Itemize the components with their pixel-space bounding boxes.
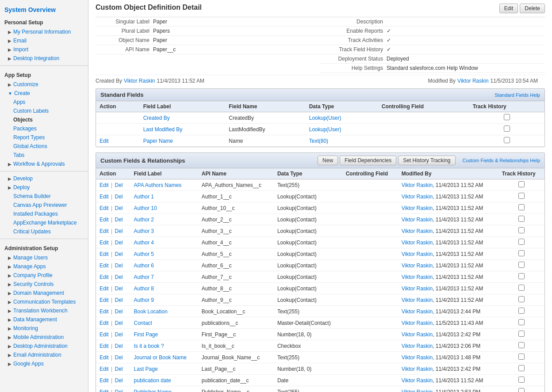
- field-label-link[interactable]: Author 4: [134, 240, 154, 246]
- track-history-checkbox[interactable]: [518, 262, 525, 268]
- sidebar-item-workflow[interactable]: ▶ Workflow & Approvals: [0, 160, 88, 168]
- sidebar-item-appexchange[interactable]: AppExchange Marketplace: [0, 218, 88, 227]
- del-link[interactable]: Del: [115, 205, 123, 211]
- del-link[interactable]: Del: [115, 354, 123, 361]
- del-link[interactable]: Del: [115, 228, 123, 234]
- track-history-checkbox[interactable]: [518, 331, 525, 337]
- sidebar-item-desktop-integration[interactable]: ▶ Desktop Integration: [0, 54, 88, 63]
- edit-link[interactable]: Edit: [100, 320, 109, 326]
- edit-link[interactable]: Edit: [100, 205, 109, 211]
- edit-link[interactable]: Edit: [100, 251, 109, 257]
- sidebar-item-global-actions[interactable]: Global Actions: [0, 142, 88, 151]
- track-history-checkbox[interactable]: [518, 365, 525, 371]
- field-label-link[interactable]: Author 2: [134, 217, 154, 223]
- modified-by-link[interactable]: Viktor Raskin: [402, 285, 433, 292]
- sidebar-item-create[interactable]: ▼ Create: [0, 89, 88, 98]
- sidebar-item-deploy[interactable]: ▶ Deploy: [0, 183, 88, 192]
- del-link[interactable]: Del: [115, 182, 123, 188]
- field-label-link[interactable]: Book Location: [134, 308, 168, 315]
- field-label-link[interactable]: Journal or Book Name: [134, 354, 187, 361]
- track-history-checkbox[interactable]: [518, 181, 525, 187]
- field-label-link[interactable]: Author 8: [134, 285, 154, 292]
- del-link[interactable]: Del: [115, 320, 123, 326]
- edit-link[interactable]: Edit: [100, 285, 109, 292]
- del-link[interactable]: Del: [115, 194, 123, 200]
- track-history-checkbox[interactable]: [518, 216, 525, 222]
- new-field-button[interactable]: New: [318, 156, 338, 165]
- modified-by-link[interactable]: Viktor Raskin: [402, 182, 433, 188]
- edit-link[interactable]: Edit: [100, 182, 109, 188]
- track-history-checkbox[interactable]: [518, 354, 525, 360]
- del-link[interactable]: Del: [115, 297, 123, 303]
- field-label-link[interactable]: Author 10: [134, 205, 157, 211]
- sidebar-item-custom-labels[interactable]: Custom Labels: [0, 107, 88, 115]
- modified-by-link[interactable]: Viktor Raskin: [402, 331, 433, 338]
- sidebar-item-google-apps[interactable]: ▶ Google Apps: [0, 359, 88, 368]
- edit-link[interactable]: Edit: [100, 217, 109, 223]
- modified-by-link[interactable]: Viktor Raskin: [402, 389, 433, 392]
- set-history-button[interactable]: Set History Tracking: [398, 156, 455, 165]
- track-history-checkbox[interactable]: [504, 126, 510, 132]
- modified-by-link[interactable]: Viktor Raskin: [402, 377, 433, 384]
- del-link[interactable]: Del: [115, 331, 123, 338]
- del-link[interactable]: Del: [115, 389, 123, 392]
- sidebar-item-mobile-admin[interactable]: ▶ Mobile Administration: [0, 333, 88, 342]
- edit-link[interactable]: Edit: [100, 343, 109, 349]
- track-history-checkbox[interactable]: [518, 239, 525, 245]
- del-link[interactable]: Del: [115, 366, 123, 372]
- data-type-link[interactable]: Lookup(User): [309, 115, 341, 121]
- field-label-link[interactable]: Last Page: [134, 366, 158, 372]
- modified-by-link[interactable]: Viktor Raskin: [402, 343, 433, 349]
- sidebar-item-critical-updates[interactable]: Critical Updates: [0, 227, 88, 236]
- sidebar-item-domain-management[interactable]: ▶ Domain Management: [0, 289, 88, 297]
- track-history-checkbox[interactable]: [518, 319, 525, 325]
- sidebar-item-objects[interactable]: Objects: [0, 115, 88, 124]
- track-history-checkbox[interactable]: [518, 285, 525, 291]
- sidebar-item-email-admin[interactable]: ▶ Email Administration: [0, 350, 88, 359]
- modified-by-link[interactable]: Viktor Raskin: [402, 228, 433, 234]
- modified-by-link[interactable]: Viktor Raskin: [457, 78, 488, 84]
- field-label-link[interactable]: Author 5: [134, 251, 154, 257]
- sidebar-item-customize[interactable]: ▶ Customize: [0, 80, 88, 89]
- edit-link[interactable]: Edit: [100, 331, 109, 338]
- field-label-link[interactable]: Paper Name: [143, 138, 173, 144]
- del-link[interactable]: Del: [115, 263, 123, 269]
- modified-by-link[interactable]: Viktor Raskin: [402, 354, 433, 361]
- track-history-checkbox[interactable]: [518, 193, 525, 199]
- sidebar-item-import[interactable]: ▶ Import: [0, 45, 88, 54]
- sidebar-item-communication-templates[interactable]: ▶ Communication Templates: [0, 297, 88, 306]
- track-history-checkbox[interactable]: [518, 273, 525, 279]
- field-label-link[interactable]: Author 3: [134, 228, 154, 234]
- edit-link[interactable]: Edit: [100, 274, 109, 280]
- system-overview-link[interactable]: System Overview: [0, 4, 88, 16]
- del-link[interactable]: Del: [115, 377, 123, 384]
- field-dependencies-button[interactable]: Field Dependencies: [340, 156, 396, 165]
- edit-link[interactable]: Edit: [100, 389, 109, 392]
- modified-by-link[interactable]: Viktor Raskin: [402, 274, 433, 280]
- sidebar-item-installed-packages[interactable]: Installed Packages: [0, 209, 88, 218]
- sidebar-item-develop[interactable]: ▶ Develop: [0, 174, 88, 183]
- edit-button[interactable]: Edit: [499, 4, 518, 13]
- sidebar-item-schema-builder[interactable]: Schema Builder: [0, 192, 88, 201]
- modified-by-link[interactable]: Viktor Raskin: [402, 297, 433, 303]
- field-label-link[interactable]: Author 1: [134, 194, 154, 200]
- modified-by-link[interactable]: Viktor Raskin: [402, 366, 433, 372]
- edit-link[interactable]: Edit: [100, 308, 109, 315]
- edit-link[interactable]: Edit: [100, 240, 109, 246]
- del-link[interactable]: Del: [115, 343, 123, 349]
- sidebar-item-manage-apps[interactable]: ▶ Manage Apps: [0, 262, 88, 271]
- del-link[interactable]: Del: [115, 240, 123, 246]
- custom-fields-help-link[interactable]: Custom Fields & Relationships Help: [463, 158, 540, 163]
- sidebar-item-packages[interactable]: Packages: [0, 124, 88, 133]
- sidebar-item-security-controls[interactable]: ▶ Security Controls: [0, 280, 88, 289]
- track-history-checkbox[interactable]: [504, 137, 510, 143]
- del-link[interactable]: Del: [115, 217, 123, 223]
- field-label-link[interactable]: First Page: [134, 331, 158, 338]
- field-label-link[interactable]: publication date: [134, 377, 171, 384]
- sidebar-item-apps[interactable]: Apps: [0, 98, 88, 107]
- standard-fields-help-link[interactable]: Standard Fields Help: [494, 92, 540, 98]
- track-history-checkbox[interactable]: [518, 342, 525, 348]
- track-history-checkbox[interactable]: [518, 377, 525, 383]
- created-by-link[interactable]: Viktor Raskin: [124, 78, 155, 84]
- del-link[interactable]: Del: [115, 308, 123, 315]
